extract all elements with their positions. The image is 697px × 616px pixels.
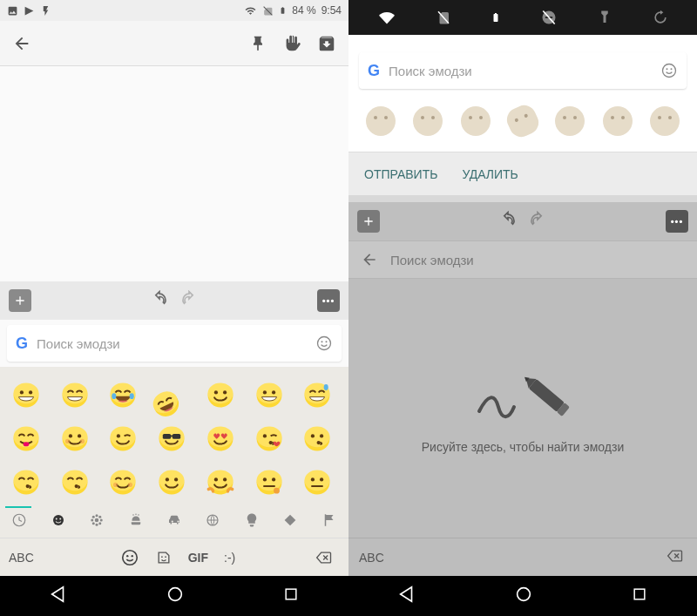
svg-point-73 [256,470,281,491]
cat-activity[interactable] [205,512,220,531]
send-action[interactable]: ОТПРАВИТЬ [364,167,437,181]
emoji-heart-eyes[interactable] [201,419,240,457]
emoji-search-bar-kbd[interactable]: Поиск эмодзи [348,240,697,279]
emoji-yum[interactable] [7,419,45,457]
emoji-slight-smile[interactable] [152,463,191,501]
redo-button[interactable] [178,290,200,311]
svg-point-37 [117,434,120,437]
cat-food[interactable] [128,512,144,531]
nav-home[interactable] [166,585,185,607]
backspace-key[interactable] [664,547,687,568]
svg-point-6 [29,390,32,394]
search-placeholder: Поиск эмодзи [390,253,474,267]
emoji-suggestion-row [348,98,697,152]
cat-smileys[interactable] [51,512,66,531]
add-button[interactable] [9,289,31,312]
emoji-kissing-smile[interactable] [56,463,94,501]
hand-button[interactable] [282,34,301,53]
emoji-suggestion[interactable] [503,101,542,140]
emoji-thinking[interactable] [250,463,288,501]
emoji-rofl[interactable] [152,376,191,414]
emoji-winking[interactable] [104,419,142,457]
svg-point-11 [112,393,117,399]
cat-symbols[interactable] [282,512,298,531]
emoji-suggestion[interactable] [413,106,443,136]
emoji-search-bar[interactable]: G Поиск эмодзи [7,325,342,362]
cat-flags[interactable] [321,512,337,531]
nav-home[interactable] [514,585,533,607]
sticker-tab[interactable] [155,549,173,566]
no-sim-icon [262,5,274,17]
svg-point-48 [268,441,272,444]
archive-button[interactable] [317,34,336,53]
emoji-blush[interactable] [56,419,94,457]
cat-travel[interactable] [166,512,182,531]
status-bar [348,0,697,35]
battery-icon [491,9,501,26]
more-button[interactable]: ••• [666,210,688,233]
emoji-suggestion[interactable] [461,106,491,136]
svg-rect-98 [285,515,296,526]
undo-button[interactable] [497,211,519,232]
svg-point-76 [274,488,280,494]
svg-point-2 [326,341,328,342]
draw-area[interactable]: Рисуйте здесь, чтобы найти эмодзи [348,279,697,538]
emoji-suggestion[interactable] [650,106,680,136]
back-arrow-icon[interactable] [361,251,378,268]
svg-point-80 [320,477,323,481]
nav-back[interactable] [397,585,416,607]
add-button[interactable] [357,210,380,233]
svg-point-87 [96,524,98,526]
emoji-neutral[interactable] [298,463,336,501]
smiley-icon [315,335,333,352]
cat-objects[interactable] [244,512,260,531]
emoji-search-bar-top[interactable]: G Поиск эмодзи [359,52,687,89]
delete-action[interactable]: УДАЛИТЬ [462,167,518,181]
emoji-suggestion[interactable] [366,106,396,136]
more-button[interactable]: ••• [317,289,340,312]
svg-point-51 [311,434,315,437]
svg-rect-42 [170,436,173,437]
emoji-suggestion[interactable] [603,106,633,136]
back-button[interactable] [12,34,31,53]
svg-point-95 [135,514,137,516]
nav-recents[interactable] [631,586,648,606]
svg-point-0 [318,337,331,350]
flash-icon [40,5,51,17]
action-row: ОТПРАВИТЬ УДАЛИТЬ [348,152,697,195]
abc-key[interactable]: ABC [359,551,664,565]
emoji-suggestion[interactable] [555,106,585,136]
cat-recent[interactable] [11,512,27,531]
abc-key[interactable]: ABC [9,551,47,565]
svg-point-25 [324,384,328,390]
content-area[interactable] [0,66,348,281]
emoji-smile-open[interactable] [250,376,288,414]
backspace-key[interactable] [308,549,340,566]
svg-point-12 [130,393,134,399]
emoji-beaming[interactable] [56,376,94,414]
emoji-sweat-smile[interactable] [298,376,336,414]
undo-button[interactable] [148,290,171,311]
svg-rect-105 [286,589,296,599]
emoji-relaxed[interactable] [104,463,142,501]
svg-point-108 [663,64,676,78]
emoji-grinning[interactable] [7,376,45,414]
cat-nature[interactable] [89,512,105,531]
emoji-hugging[interactable] [201,463,240,501]
pin-button[interactable] [249,35,267,52]
emoji-tab[interactable] [120,548,139,567]
nav-back[interactable] [49,585,68,607]
emoji-kissing-closed[interactable] [7,463,45,501]
svg-point-59 [74,484,78,488]
gif-tab[interactable]: GIF [188,551,208,565]
nav-recents[interactable] [282,586,300,606]
svg-point-28 [24,442,30,446]
emoji-kiss[interactable] [298,419,336,457]
emoji-smile[interactable] [201,376,240,414]
emoji-cool-sunglasses[interactable] [152,419,191,457]
emoji-tears-of-joy[interactable] [104,376,142,414]
ascii-tab[interactable]: :-) [224,551,235,565]
redo-button[interactable] [526,211,549,232]
svg-point-71 [223,477,227,481]
emoji-kissing-heart[interactable] [250,419,288,457]
